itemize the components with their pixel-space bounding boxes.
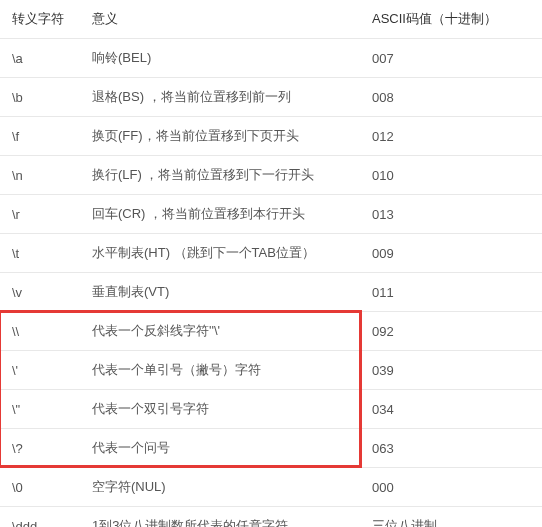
cell-ascii: 三位八进制 [360, 507, 542, 528]
header-meaning: 意义 [80, 0, 360, 39]
cell-ascii: 039 [360, 351, 542, 390]
cell-escape: \b [0, 78, 80, 117]
cell-ascii: 008 [360, 78, 542, 117]
table-row: \?代表一个问号063 [0, 429, 542, 468]
cell-meaning: 换页(FF)，将当前位置移到下页开头 [80, 117, 360, 156]
cell-meaning: 水平制表(HT) （跳到下一个TAB位置） [80, 234, 360, 273]
cell-meaning: 换行(LF) ，将当前位置移到下一行开头 [80, 156, 360, 195]
cell-meaning: 1到3位八进制数所代表的任意字符 [80, 507, 360, 528]
cell-escape: \? [0, 429, 80, 468]
table-row: \'代表一个单引号（撇号）字符039 [0, 351, 542, 390]
cell-ascii: 013 [360, 195, 542, 234]
cell-ascii: 000 [360, 468, 542, 507]
escape-characters-table: 转义字符 意义 ASCII码值（十进制） \a响铃(BEL)007\b退格(BS… [0, 0, 542, 527]
cell-ascii: 007 [360, 39, 542, 78]
cell-ascii: 009 [360, 234, 542, 273]
table-row: \n换行(LF) ，将当前位置移到下一行开头010 [0, 156, 542, 195]
cell-escape: \' [0, 351, 80, 390]
cell-escape: \f [0, 117, 80, 156]
cell-ascii: 034 [360, 390, 542, 429]
cell-meaning: 代表一个问号 [80, 429, 360, 468]
cell-meaning: 垂直制表(VT) [80, 273, 360, 312]
table-row: \"代表一个双引号字符034 [0, 390, 542, 429]
header-ascii: ASCII码值（十进制） [360, 0, 542, 39]
cell-meaning: 代表一个反斜线字符''\' [80, 312, 360, 351]
table-row: \\代表一个反斜线字符''\'092 [0, 312, 542, 351]
table-row: \ddd1到3位八进制数所代表的任意字符三位八进制 [0, 507, 542, 528]
cell-ascii: 063 [360, 429, 542, 468]
cell-escape: \a [0, 39, 80, 78]
cell-ascii: 011 [360, 273, 542, 312]
header-escape: 转义字符 [0, 0, 80, 39]
cell-escape: \" [0, 390, 80, 429]
cell-escape: \v [0, 273, 80, 312]
cell-escape: \n [0, 156, 80, 195]
cell-escape: \t [0, 234, 80, 273]
cell-ascii: 010 [360, 156, 542, 195]
table-row: \0空字符(NUL)000 [0, 468, 542, 507]
cell-escape: \\ [0, 312, 80, 351]
cell-meaning: 退格(BS) ，将当前位置移到前一列 [80, 78, 360, 117]
table-row: \t水平制表(HT) （跳到下一个TAB位置）009 [0, 234, 542, 273]
cell-ascii: 012 [360, 117, 542, 156]
cell-meaning: 代表一个单引号（撇号）字符 [80, 351, 360, 390]
cell-ascii: 092 [360, 312, 542, 351]
table-row: \r回车(CR) ，将当前位置移到本行开头013 [0, 195, 542, 234]
table-row: \b退格(BS) ，将当前位置移到前一列008 [0, 78, 542, 117]
cell-meaning: 空字符(NUL) [80, 468, 360, 507]
cell-escape: \ddd [0, 507, 80, 528]
table-row: \f换页(FF)，将当前位置移到下页开头012 [0, 117, 542, 156]
cell-meaning: 响铃(BEL) [80, 39, 360, 78]
cell-escape: \r [0, 195, 80, 234]
table-header-row: 转义字符 意义 ASCII码值（十进制） [0, 0, 542, 39]
cell-escape: \0 [0, 468, 80, 507]
table-row: \v垂直制表(VT)011 [0, 273, 542, 312]
table-row: \a响铃(BEL)007 [0, 39, 542, 78]
cell-meaning: 代表一个双引号字符 [80, 390, 360, 429]
cell-meaning: 回车(CR) ，将当前位置移到本行开头 [80, 195, 360, 234]
